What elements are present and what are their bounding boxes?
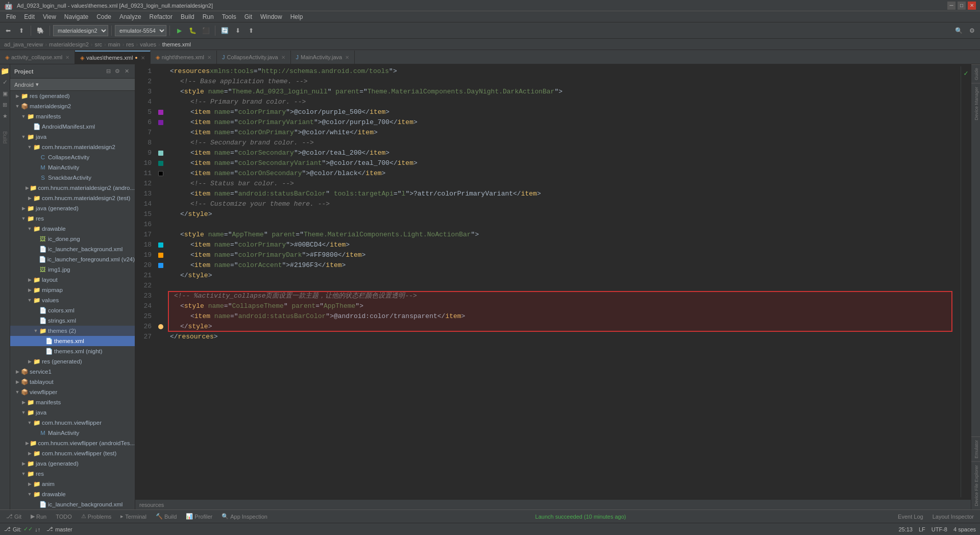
menu-window[interactable]: Window <box>256 12 286 21</box>
menu-help[interactable]: Help <box>286 12 307 21</box>
breadcrumb-part-4[interactable]: res <box>126 41 134 47</box>
event-log-btn[interactable]: Event Log <box>894 513 927 521</box>
bottom-git-btn[interactable]: ⎇ Git <box>2 512 26 521</box>
tree-item-service1[interactable]: ▶ 📦 service1 <box>10 367 135 377</box>
device-selector[interactable]: emulator-5554 <box>115 25 166 36</box>
tree-item-themes-folder[interactable]: ▼ 📁 themes (2) <box>10 326 135 336</box>
tree-item-vf-java-gen[interactable]: ▶ 📁 java (generated) <box>10 458 135 469</box>
menu-analyze[interactable]: Analyze <box>115 12 145 21</box>
tab-activity-collapse[interactable]: ◈ activity_collapse.xml ✕ <box>0 51 75 64</box>
tree-item-res-gen[interactable]: ▶ 📁 res (generated) <box>10 91 135 101</box>
breadcrumb-part-0[interactable]: ad_java_review <box>4 41 43 47</box>
menu-refactor[interactable]: Refactor <box>145 12 177 21</box>
tab-close-0[interactable]: ✕ <box>65 55 69 60</box>
tree-item-themes-xml[interactable]: 📄 themes.xml <box>10 336 135 346</box>
sync-project-btn[interactable]: 🐘 <box>34 25 46 37</box>
menu-code[interactable]: Code <box>92 12 115 21</box>
panel-controls[interactable]: ⊟ ⚙ ✕ <box>104 67 131 76</box>
tree-item-vf-android[interactable]: ▶ 📁 com.hnucm.viewflipper (androidTes... <box>10 438 135 448</box>
bottom-profiler-btn[interactable]: 📊 Profiler <box>182 512 216 521</box>
stop-button[interactable]: ⬛ <box>200 25 212 37</box>
bottom-app-inspection-btn[interactable]: 🔍 App Inspection <box>217 512 272 521</box>
code-editor[interactable]: 1 2 3 4 5 6 7 8 9 10 11 12 13 14 15 16 1… <box>135 64 971 499</box>
tree-item-vf-manifests[interactable]: ▶ 📁 manifests <box>10 397 135 407</box>
status-git[interactable]: ⎇ Git: ✓✓ ↓↑ <box>4 526 40 532</box>
color-swatch-teal700[interactable] <box>158 161 163 166</box>
tree-item-layout[interactable]: ▶ 📁 layout <box>10 275 135 285</box>
status-branch[interactable]: ⎇ master <box>46 526 72 532</box>
right-tab-guide[interactable]: Guide <box>971 64 980 83</box>
tree-item-res[interactable]: ▼ 📁 res <box>10 213 135 224</box>
tab-collapse-activity[interactable]: J CollapseActivity.java ✕ <box>217 51 291 64</box>
run-button[interactable]: ▶ <box>173 25 185 37</box>
tree-item-mainactivity[interactable]: M MainActivity <box>10 162 135 173</box>
tree-item-vf-anim[interactable]: ▶ 📁 anim <box>10 479 135 489</box>
tab-night-themes[interactable]: ◈ night\themes.xml ✕ <box>151 51 217 64</box>
bottom-run-btn[interactable]: ▶ Run <box>27 512 51 521</box>
panel-hide[interactable]: ✕ <box>122 67 131 76</box>
close-button[interactable]: ✕ <box>968 2 976 10</box>
breadcrumb-part-2[interactable]: src <box>94 41 102 47</box>
bottom-terminal-btn[interactable]: ▸ Terminal <box>116 512 151 521</box>
sync-button[interactable]: 🔄 <box>218 25 231 37</box>
maximize-button[interactable]: □ <box>958 2 966 10</box>
tree-item-vf-test[interactable]: ▶ 📁 com.hnucm.viewflipper (test) <box>10 448 135 458</box>
tree-item-drawable[interactable]: ▼ 📁 drawable <box>10 224 135 234</box>
tree-item-materialdesign2[interactable]: ▼ 📦 materialdesign2 <box>10 101 135 111</box>
tab-close-1[interactable]: ✕ <box>141 55 145 61</box>
tree-item-img1[interactable]: 🖼 img1.jpg <box>10 264 135 275</box>
tab-themes-xml[interactable]: ◈ values\themes.xml ● ✕ <box>75 51 151 64</box>
color-swatch-purple700[interactable] <box>158 120 163 125</box>
tree-item-ic-launcher-bg[interactable]: 📄 ic_launcher_background.xml <box>10 244 135 254</box>
menu-view[interactable]: View <box>39 12 60 21</box>
structure-btn[interactable]: ⊞ <box>1 100 10 109</box>
config-selector[interactable]: materialdesign2 <box>53 25 108 36</box>
panel-collapse-all[interactable]: ⊟ <box>104 67 112 76</box>
menu-navigate[interactable]: Navigate <box>60 12 92 21</box>
menu-file[interactable]: File <box>2 12 20 21</box>
layout-inspector-btn[interactable]: Layout Inspector <box>928 513 978 521</box>
menu-build[interactable]: Build <box>177 12 199 21</box>
color-swatch-ff9800[interactable] <box>158 253 163 258</box>
tree-item-androidmanifest[interactable]: 📄 AndroidManifest.xml <box>10 121 135 132</box>
tree-item-themes-night[interactable]: 📄 themes.xml (night) <box>10 346 135 356</box>
menu-tools[interactable]: Tools <box>218 12 240 21</box>
git-update-btn[interactable]: ⬇ <box>232 25 244 37</box>
tree-item-values[interactable]: ▼ 📁 values <box>10 295 135 305</box>
tab-main-activity[interactable]: J MainActivity.java ✕ <box>291 51 355 64</box>
bottom-build-btn[interactable]: 🔨 Build <box>152 512 181 521</box>
menu-run[interactable]: Run <box>199 12 218 21</box>
breadcrumb-part-3[interactable]: main <box>108 41 120 47</box>
color-swatch-purple500[interactable] <box>158 110 163 115</box>
right-tab-emulator[interactable]: Emulator <box>971 436 980 461</box>
breadcrumb-part-6[interactable]: themes.xml <box>162 41 191 47</box>
tree-item-vf-res[interactable]: ▼ 📁 res <box>10 469 135 479</box>
tree-item-ic-launcher-fg[interactable]: 📄 ic_launcher_foreground.xml (v24) <box>10 254 135 264</box>
tree-item-package-test[interactable]: ▶ 📁 com.hnucm.materialdesign2 (test) <box>10 193 135 203</box>
right-tab-device-file-explorer[interactable]: Device File Explorer <box>971 461 980 509</box>
toolbar-btn-1[interactable]: ⬅ <box>2 25 14 37</box>
tree-item-vf-java[interactable]: ▼ 📁 java <box>10 407 135 418</box>
tree-item-vf-drawable[interactable]: ▼ 📁 drawable <box>10 489 135 499</box>
tree-item-java[interactable]: ▼ 📁 java <box>10 132 135 142</box>
status-line-ending[interactable]: LF <box>919 526 925 532</box>
tab-close-4[interactable]: ✕ <box>345 55 349 60</box>
tree-item-tablayout[interactable]: ▶ 📦 tablayout <box>10 377 135 387</box>
tree-item-strings[interactable]: 📄 strings.xml <box>10 315 135 326</box>
color-swatch-teal200[interactable] <box>158 151 163 156</box>
tree-item-package-android[interactable]: ▶ 📁 com.hnucm.materialdesign2 (andro... <box>10 183 135 193</box>
tree-item-package[interactable]: ▼ 📁 com.hnucm.materialdesign2 <box>10 142 135 152</box>
debug-button[interactable]: 🐛 <box>186 25 199 37</box>
code-content[interactable]: <resources xmlns:tools="http://schemas.a… <box>166 66 961 497</box>
tree-item-mipmap[interactable]: ▶ 📁 mipmap <box>10 285 135 295</box>
toolbar-btn-2[interactable]: ⬆ <box>15 25 28 37</box>
tab-close-3[interactable]: ✕ <box>281 55 285 60</box>
tree-item-ic-done[interactable]: 🖼 ic_done.png <box>10 234 135 244</box>
build-variants-btn[interactable]: Build <box>1 133 10 142</box>
tree-item-java-gen[interactable]: ▶ 📁 java (generated) <box>10 203 135 213</box>
commit-icon-btn[interactable]: ✓ <box>1 78 10 87</box>
project-icon-btn[interactable]: 📁 <box>1 66 10 76</box>
tree-item-vf-mainactivity[interactable]: M MainActivity <box>10 428 135 438</box>
minimize-button[interactable]: ─ <box>947 2 955 10</box>
tree-item-manifests[interactable]: ▼ 📁 manifests <box>10 111 135 121</box>
